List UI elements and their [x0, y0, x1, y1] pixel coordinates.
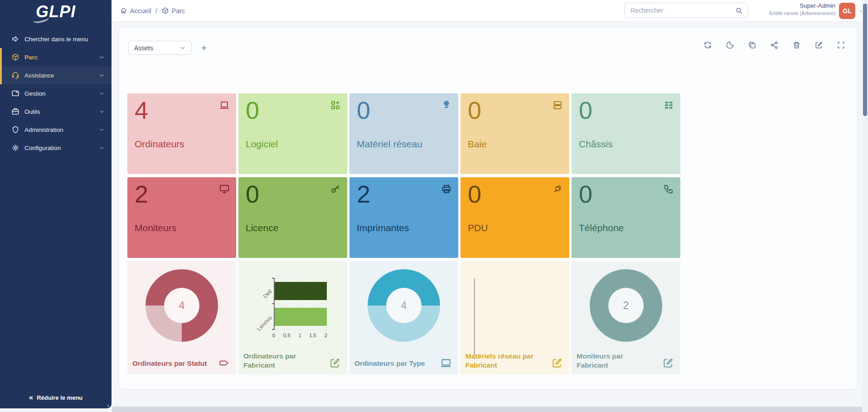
- sidebar-item-assistance[interactable]: Assistance: [0, 66, 112, 84]
- sidebar-item-gestion[interactable]: Gestion: [0, 84, 112, 102]
- server-icon: [552, 100, 563, 111]
- bar-chart: [274, 278, 327, 330]
- card-label: Ordinateurs: [135, 139, 184, 150]
- empty-chart-axis: [474, 278, 475, 359]
- horizontal-scrollbar[interactable]: [112, 407, 868, 412]
- search-icon[interactable]: [735, 7, 743, 15]
- avatar[interactable]: GL: [839, 3, 855, 19]
- card-imprimantes[interactable]: 2 Imprimantes: [349, 177, 458, 258]
- user-menu[interactable]: Super-Admin Entité racine (Arborescence): [769, 2, 835, 17]
- home-icon: [120, 7, 127, 15]
- edit-icon[interactable]: [551, 357, 563, 369]
- refresh-icon[interactable]: [703, 41, 712, 49]
- laptop-icon[interactable]: [440, 357, 452, 369]
- card-count: 0: [579, 182, 592, 206]
- sidebar-item-parc[interactable]: Parc: [0, 48, 112, 66]
- card-telephone[interactable]: 0 Téléphone: [572, 177, 680, 258]
- widget-ordinateurs-par-type[interactable]: 4 Ordinateurs par Type: [349, 261, 458, 374]
- widget-ordinateurs-par-statut[interactable]: 4 Ordinateurs par Statut: [127, 261, 236, 374]
- sidebar: GLPI Chercher dans le menu Parc Assistan…: [0, 0, 112, 408]
- search-input[interactable]: [625, 3, 748, 17]
- widget-title: Ordinateurs par Fabricant: [243, 352, 316, 370]
- sidebar-item-label: Administration: [24, 126, 63, 133]
- card-count: 0: [246, 98, 259, 122]
- rack-rows-icon: [663, 100, 674, 111]
- bar-dell: [275, 282, 327, 300]
- card-ordinateurs[interactable]: 4 Ordinateurs: [127, 93, 236, 174]
- card-logiciel[interactable]: 0 Logiciel: [238, 93, 347, 174]
- sidebar-resize-handle[interactable]: ▾: [107, 403, 109, 408]
- card-label: Moniteurs: [135, 223, 176, 233]
- widget-title: Moniteurs par Fabricant: [577, 352, 645, 370]
- trash-icon[interactable]: [792, 41, 801, 49]
- card-count: 4: [135, 98, 148, 122]
- widget-ordinateurs-par-fabricant[interactable]: Dell Lenovo 0 0.5 1 1.5 2 Ordinateurs pa…: [238, 261, 347, 374]
- card-pdu[interactable]: 0 PDU: [461, 177, 569, 258]
- card-count: 0: [579, 98, 592, 122]
- card-count: 0: [246, 182, 259, 206]
- share-icon[interactable]: [770, 41, 779, 49]
- breadcrumb-separator: /: [155, 7, 157, 15]
- card-label: Imprimantes: [357, 223, 409, 233]
- donut-center-value: 4: [179, 300, 185, 312]
- sidebar-item-label: Parc: [24, 54, 38, 61]
- avatar-initials: GL: [843, 7, 851, 15]
- donut-chart: 4: [368, 269, 440, 342]
- donut-center-value: 4: [401, 300, 407, 312]
- edit-icon[interactable]: [815, 41, 823, 49]
- widget-materiels-reseau-par-fabricant[interactable]: Matériels réseau par Fabricant: [461, 261, 569, 374]
- card-label: Matériel réseau: [357, 139, 422, 150]
- card-label: Logiciel: [246, 139, 278, 150]
- card-count: 0: [468, 98, 481, 122]
- sidebar-search-menu[interactable]: Chercher dans le menu: [0, 30, 112, 48]
- edit-icon[interactable]: [329, 357, 341, 369]
- copy-icon[interactable]: [748, 41, 756, 49]
- sidebar-search-label: Chercher dans le menu: [24, 36, 88, 43]
- sidebar-item-label: Outils: [24, 108, 40, 115]
- chevron-down-icon: [179, 45, 186, 51]
- card-moniteurs[interactable]: 2 Moniteurs: [127, 177, 236, 258]
- x-tick: 1: [293, 333, 307, 338]
- card-count: 0: [468, 182, 481, 206]
- breadcrumb-parc-link[interactable]: Parc: [161, 7, 185, 15]
- briefcase-icon: [11, 107, 19, 116]
- card-label: Baie: [468, 139, 487, 150]
- fullscreen-icon[interactable]: [837, 41, 845, 49]
- moon-icon[interactable]: [726, 41, 734, 49]
- sidebar-item-label: Configuration: [24, 145, 61, 151]
- x-tick: 2: [319, 333, 333, 338]
- donut-center-value: 2: [623, 300, 629, 312]
- x-tick: 1.5: [306, 333, 320, 338]
- tag-icon[interactable]: [218, 357, 230, 369]
- edit-icon[interactable]: [662, 357, 674, 369]
- phone-icon: [663, 184, 674, 194]
- vertical-scrollbar: [862, 0, 868, 412]
- topbar: Accueil / Parc Super-Admin Entité racine…: [112, 0, 868, 22]
- collapse-menu-label: Réduire le menu: [37, 394, 82, 401]
- glpi-logo[interactable]: GLPI: [0, 0, 112, 24]
- scrollbar-thumb[interactable]: [863, 4, 867, 116]
- dashboard-toolbar: [703, 41, 845, 49]
- chevron-down-icon: [99, 54, 105, 60]
- wallet-icon: [11, 89, 19, 97]
- collapse-menu-button[interactable]: « Réduire le menu: [0, 393, 112, 402]
- card-materiel-reseau[interactable]: 0 Matériel réseau: [349, 93, 458, 174]
- sidebar-item-label: Assistance: [24, 72, 54, 79]
- apps-plus-icon: [330, 100, 341, 111]
- widget-moniteurs-par-fabricant[interactable]: 2 Moniteurs par Fabricant: [572, 261, 680, 374]
- card-label: Licence: [246, 223, 278, 233]
- sidebar-item-outils[interactable]: Outils: [0, 102, 112, 121]
- breadcrumb-home-link[interactable]: Accueil: [120, 7, 151, 15]
- add-dashboard-button[interactable]: +: [197, 41, 211, 55]
- sidebar-item-administration[interactable]: Administration: [0, 121, 112, 139]
- chevron-down-icon: [99, 73, 105, 78]
- card-baie[interactable]: 0 Baie: [461, 93, 569, 174]
- sidebar-item-label: Gestion: [24, 90, 46, 97]
- sidebar-item-configuration[interactable]: Configuration: [0, 139, 112, 157]
- chevron-down-icon: [99, 145, 105, 151]
- donut-chart: 2: [590, 269, 662, 342]
- card-licence[interactable]: 0 Licence: [238, 177, 347, 258]
- dashboard-select[interactable]: Assets: [128, 41, 192, 55]
- glpi-logo-swoosh: [32, 14, 50, 24]
- card-chassis[interactable]: 0 Châssis: [572, 93, 680, 174]
